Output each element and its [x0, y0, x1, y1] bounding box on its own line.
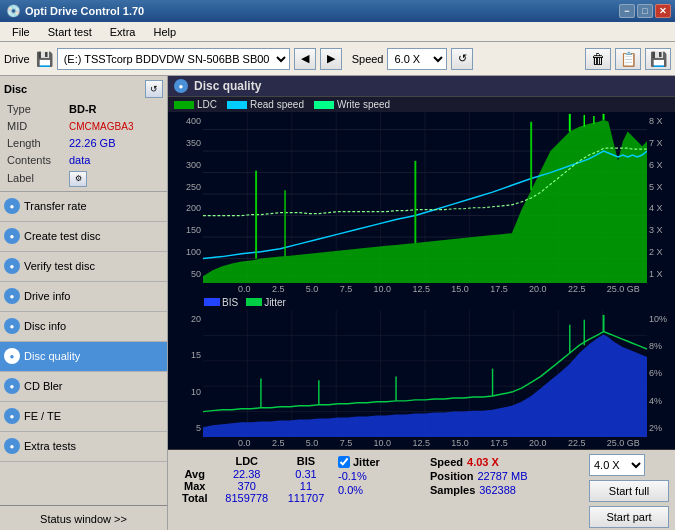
x2-10: 10.0 — [374, 438, 392, 448]
jitter-header-label: Jitter — [353, 456, 380, 468]
sidebar-item-transfer-rate[interactable]: ● Transfer rate — [0, 192, 167, 222]
disc-length-row: Length 22.26 GB — [6, 136, 161, 151]
x2-12.5: 12.5 — [412, 438, 430, 448]
maximize-button[interactable]: □ — [637, 4, 653, 18]
create-test-icon: ● — [4, 228, 20, 244]
samples-label: Samples — [430, 484, 475, 496]
x2-25: 25.0 GB — [607, 438, 640, 448]
write-speed-label: Write speed — [337, 99, 390, 110]
sidebar-item-drive-info[interactable]: ● Drive info — [0, 282, 167, 312]
close-button[interactable]: ✕ — [655, 4, 671, 18]
y1r-5x: 5 X — [647, 182, 675, 192]
legend-jitter: Jitter — [246, 297, 286, 308]
title-bar: 💿 Opti Drive Control 1.70 − □ ✕ — [0, 0, 675, 22]
menu-file[interactable]: File — [4, 25, 38, 39]
chart1-svg — [203, 112, 647, 283]
refresh-button[interactable]: ↺ — [451, 48, 473, 70]
cd-bler-label: CD Bler — [24, 380, 63, 392]
mid-value: CMCMAGBA3 — [68, 119, 161, 134]
minimize-button[interactable]: − — [619, 4, 635, 18]
legend2: BIS Jitter — [168, 295, 675, 310]
x1-17.5: 17.5 — [490, 284, 508, 294]
disc-panel: Disc ↺ Type BD-R MID CMCMAGBA3 Length 22… — [0, 76, 167, 192]
disc-contents-row: Contents data — [6, 153, 161, 168]
y2r-8: 8% — [647, 341, 675, 351]
contents-value: data — [68, 153, 161, 168]
disc-info-label: Disc info — [24, 320, 66, 332]
start-part-button[interactable]: Start part — [589, 506, 669, 528]
disc-quality-label: Disc quality — [24, 350, 80, 362]
menu-help[interactable]: Help — [145, 25, 184, 39]
y1r-8x: 8 X — [647, 116, 675, 126]
sidebar-item-cd-bler[interactable]: ● CD Bler — [0, 372, 167, 402]
y2r-10: 10% — [647, 314, 675, 324]
sidebar-item-disc-info[interactable]: ● Disc info — [0, 312, 167, 342]
disc-label-row: Label ⚙ — [6, 170, 161, 187]
y1r-7x: 7 X — [647, 138, 675, 148]
y2-10: 10 — [168, 387, 203, 397]
menu-start-test[interactable]: Start test — [40, 25, 100, 39]
legend-bis: BIS — [204, 297, 238, 308]
sidebar-item-extra-tests[interactable]: ● Extra tests — [0, 432, 167, 462]
length-label: Length — [6, 136, 66, 151]
y1r-2x: 2 X — [647, 247, 675, 257]
start-full-button[interactable]: Start full — [589, 480, 669, 502]
menu-extra[interactable]: Extra — [102, 25, 144, 39]
x1-2.5: 2.5 — [272, 284, 285, 294]
erase-button[interactable]: 🗑 — [585, 48, 611, 70]
speed-position-stats: Speed 4.03 X Position 22787 MB Samples 3… — [430, 456, 528, 496]
jitter-max-value: 0.0% — [338, 484, 363, 496]
total-ldc: 8159778 — [215, 492, 278, 504]
x1-7.5: 7.5 — [340, 284, 353, 294]
disc-title: Disc — [4, 83, 27, 95]
sidebar-item-verify-test-disc[interactable]: ● Verify test disc — [0, 252, 167, 282]
menu-bar: File Start test Extra Help — [0, 22, 675, 42]
x1-10: 10.0 — [374, 284, 392, 294]
avg-bis: 0.31 — [278, 468, 334, 480]
y1-250: 250 — [168, 182, 203, 192]
stat-total-row: Total 8159778 111707 — [174, 492, 334, 504]
cd-bler-icon: ● — [4, 378, 20, 394]
sidebar-item-create-test-disc[interactable]: ● Create test disc — [0, 222, 167, 252]
transfer-rate-icon: ● — [4, 198, 20, 214]
y1-200: 200 — [168, 203, 203, 213]
status-window-button[interactable]: Status window >> — [0, 506, 167, 530]
y1-300: 300 — [168, 160, 203, 170]
jitter-color — [246, 298, 262, 306]
x2-2.5: 2.5 — [272, 438, 285, 448]
legend1: LDC Read speed Write speed — [168, 97, 675, 112]
content-area: Disc ↺ Type BD-R MID CMCMAGBA3 Length 22… — [0, 76, 675, 530]
x1-0: 0.0 — [238, 284, 251, 294]
position-value: 22787 MB — [477, 470, 527, 482]
charts-panel: ● Disc quality LDC Read speed Write spee… — [168, 76, 675, 530]
drive-next-button[interactable]: ▶ — [320, 48, 342, 70]
type-label: Type — [6, 102, 66, 117]
save-button[interactable]: 💾 — [645, 48, 671, 70]
chart-header: ● Disc quality — [168, 76, 675, 97]
copy-button[interactable]: 📋 — [615, 48, 641, 70]
sidebar-item-fe-te[interactable]: ● FE / TE — [0, 402, 167, 432]
sidebar-item-disc-quality[interactable]: ● Disc quality — [0, 342, 167, 372]
y2-5: 5 — [168, 423, 203, 433]
drive-prev-button[interactable]: ◀ — [294, 48, 316, 70]
y2-20: 20 — [168, 314, 203, 324]
speed-select-toolbar[interactable]: 6.0 X — [387, 48, 447, 70]
label-label: Label — [6, 170, 66, 187]
y1r-6x: 6 X — [647, 160, 675, 170]
jitter-checkbox[interactable] — [338, 456, 350, 468]
drive-select[interactable]: (E:) TSSTcorp BDDVDW SN-506BB SB00 — [57, 48, 290, 70]
jitter-avg-row: -0.1% — [338, 470, 418, 482]
create-test-label: Create test disc — [24, 230, 100, 242]
x-axis-chart2: 0.0 2.5 5.0 7.5 10.0 12.5 15.0 17.5 20.0… — [168, 437, 675, 450]
y2-15: 15 — [168, 350, 203, 360]
stat-bis-header: BIS — [278, 454, 334, 468]
x2-5: 5.0 — [306, 438, 319, 448]
extra-tests-icon: ● — [4, 438, 20, 454]
speed-combo-select[interactable]: 4.0 X — [589, 454, 645, 476]
max-ldc: 370 — [215, 480, 278, 492]
y2r-6: 6% — [647, 368, 675, 378]
disc-icon-button[interactable]: ↺ — [145, 80, 163, 98]
position-label: Position — [430, 470, 473, 482]
max-bis: 11 — [278, 480, 334, 492]
x-axis-chart1: 0.0 2.5 5.0 7.5 10.0 12.5 15.0 17.5 20.0… — [168, 283, 675, 295]
